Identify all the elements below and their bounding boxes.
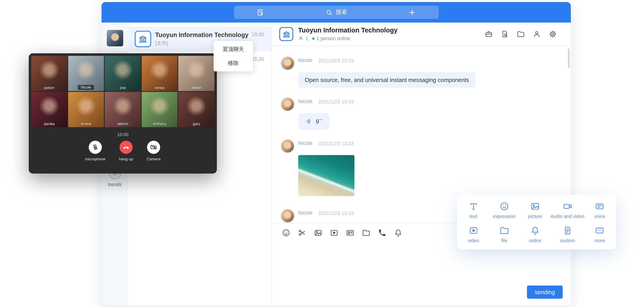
participant-video[interactable]: gary: [178, 92, 214, 127]
chat-title: Tuoyun Information Technology: [298, 27, 398, 34]
control-label: hang up: [119, 157, 133, 161]
voice-bubble[interactable]: 9``: [298, 113, 330, 130]
voice-wave-icon: [305, 118, 312, 125]
call-participant-grid: patton Nicole zoe venus stellar danika e…: [31, 56, 214, 127]
feature-label: more: [594, 238, 605, 243]
message-time: 2021/12/3 10:33: [318, 99, 354, 105]
archive-box-icon[interactable]: [484, 30, 493, 38]
compose-note-icon: [256, 8, 264, 16]
conversation-context-menu: 置顶聊天 移除: [214, 41, 253, 71]
message-header: Nicole 2021/12/3 10:33: [281, 97, 561, 111]
message-body: Open source, free, and universal instant…: [298, 72, 561, 88]
participant-video[interactable]: Nicole: [68, 56, 104, 91]
custom-doc-icon: [562, 226, 572, 235]
feature-picture[interactable]: picture: [520, 198, 550, 222]
online-status: 1 person online: [316, 36, 350, 41]
trends-label: trends: [108, 182, 122, 188]
screenshot-icon[interactable]: [298, 228, 306, 237]
hangup-button[interactable]: [120, 141, 132, 154]
control-label: Camera: [146, 157, 160, 161]
online-dot-icon: [312, 37, 314, 40]
member-count: 1: [306, 36, 308, 41]
scrollbar-thumb[interactable]: [568, 48, 570, 68]
sender-name: Nicole: [298, 140, 312, 146]
chat-meta: 1 1 person online: [298, 36, 398, 41]
message-voice: Nicole 2021/12/3 10:33 9``: [281, 97, 561, 129]
feature-more[interactable]: more: [584, 222, 615, 246]
beach-photo-thumbnail[interactable]: [298, 155, 354, 196]
participant-video[interactable]: ernest: [68, 92, 104, 127]
camera-toggle-button[interactable]: [147, 141, 160, 154]
feature-audio-video[interactable]: Audio and video: [550, 198, 584, 222]
notice-bell-icon: [530, 226, 540, 235]
participant-name: venus: [142, 86, 178, 90]
call-controls: microphone hang up Camera: [31, 141, 214, 161]
participant-name: aldrich: [105, 122, 141, 126]
picture-icon[interactable]: [314, 228, 322, 237]
folder-icon[interactable]: [516, 30, 525, 38]
message-body: 9``: [298, 113, 561, 130]
sender-avatar[interactable]: [281, 209, 294, 222]
building-icon: [282, 30, 291, 38]
feature-voice[interactable]: voice: [584, 198, 615, 222]
participant-name: stellar: [178, 86, 214, 90]
add-button[interactable]: [386, 8, 438, 16]
menu-item-pin-chat[interactable]: 置顶聊天: [214, 43, 253, 56]
screen: 搜索 trends: [0, 0, 644, 307]
participant-video[interactable]: aldrich: [105, 92, 141, 127]
folder-icon[interactable]: [362, 228, 370, 237]
chat-titles: Tuoyun Information Technology 1 1 person…: [298, 27, 398, 41]
search-input[interactable]: 搜索: [286, 8, 386, 16]
message-time: 2021/12/3 10:33: [318, 58, 354, 63]
participant-name: gary: [178, 122, 214, 126]
participant-video[interactable]: venus: [142, 56, 178, 91]
picture-icon: [530, 202, 540, 211]
conversation-time: 15:20: [252, 56, 264, 62]
feature-text[interactable]: text: [458, 198, 489, 222]
message-header: Nicole 2021/12/3 10:33: [281, 140, 561, 153]
participant-video[interactable]: Anthony: [142, 92, 178, 127]
participant-name: ernest: [68, 122, 104, 126]
microphone-toggle-button[interactable]: [89, 141, 102, 154]
text-bubble[interactable]: Open source, free, and universal instant…: [298, 72, 476, 88]
participant-video[interactable]: zoe: [105, 56, 141, 91]
participant-name: Nicole: [78, 85, 94, 90]
feature-file[interactable]: file: [489, 222, 520, 246]
user-avatar[interactable]: [106, 30, 123, 46]
sender-avatar[interactable]: [281, 57, 294, 70]
feature-label: video: [468, 238, 479, 243]
compose-note-button[interactable]: [234, 8, 286, 16]
feature-video[interactable]: video: [458, 222, 489, 246]
emoji-icon[interactable]: [282, 228, 290, 237]
message-text: Nicole 2021/12/3 10:33 Open source, free…: [281, 57, 561, 88]
phone-icon[interactable]: [378, 228, 386, 237]
video-icon[interactable]: [330, 228, 338, 237]
send-button[interactable]: sending: [527, 286, 562, 299]
feature-label: voice: [594, 214, 605, 219]
feature-label: expression: [493, 214, 516, 219]
search-history-icon[interactable]: [500, 30, 509, 38]
feature-custom[interactable]: custom: [550, 222, 584, 246]
sender-name: Nicole: [298, 98, 312, 104]
participant-video[interactable]: patton: [31, 56, 67, 91]
feature-notice[interactable]: notice: [520, 222, 550, 246]
participant-video[interactable]: danika: [31, 92, 67, 127]
menu-item-remove[interactable]: 移除: [214, 56, 253, 70]
feature-label: custom: [560, 238, 575, 243]
feature-label: Audio and video: [550, 214, 584, 219]
control-label: microphone: [85, 157, 106, 161]
message-input[interactable]: sending: [272, 242, 571, 306]
sender-avatar[interactable]: [281, 97, 294, 111]
feature-label: file: [501, 238, 507, 243]
sender-avatar[interactable]: [281, 140, 294, 153]
members-icon[interactable]: [533, 30, 541, 38]
settings-icon[interactable]: [549, 30, 557, 38]
sender-name: Nicole: [298, 210, 312, 216]
participant-video[interactable]: stellar: [178, 56, 214, 91]
feature-expression[interactable]: expression: [489, 198, 520, 222]
microphone-control: microphone: [85, 141, 106, 161]
contact-card-icon[interactable]: [346, 228, 354, 237]
notify-icon[interactable]: [394, 228, 402, 237]
message-time: 2021/12/3 10:33: [318, 210, 354, 216]
message-type-panel: text expression picture Audio and video: [457, 195, 616, 250]
